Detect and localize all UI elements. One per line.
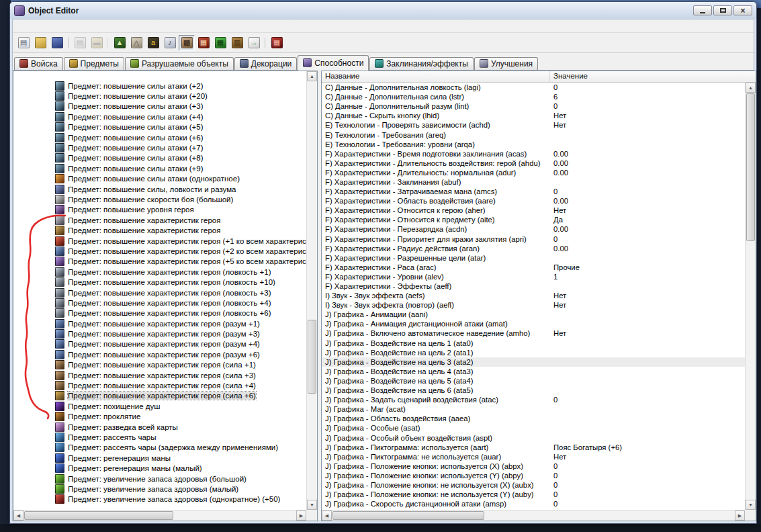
C) Данные - Дополнительная сила (lstr)[interactable]: C) Данные - Дополнительная сила (lstr) 6 bbox=[322, 92, 745, 101]
tab-buffs[interactable]: Заклинания/эффекты bbox=[369, 57, 474, 70]
column-header-value[interactable]: Значение bbox=[550, 71, 756, 82]
J) Графика - Положение кнопки: не используется (Y) (auby)[interactable]: J) Графика - Положение кнопки: не исполь… bbox=[322, 490, 745, 499]
list-item[interactable]: Предмет: повышение характеристик героя (… bbox=[13, 287, 306, 298]
I) Звук - Звук эффекта (повтор) (aefl)[interactable]: I) Звук - Звук эффекта (повтор) (aefl) Н… bbox=[322, 300, 745, 310]
object-editor-icon[interactable]: ▩ bbox=[179, 35, 195, 51]
list-item[interactable]: Предмет: повышение силы атаки (+5) bbox=[13, 122, 306, 132]
export-icon[interactable]: → bbox=[246, 35, 262, 51]
J) Графика - Воздействие на цель 3 (ata2)[interactable]: J) Графика - Воздействие на цель 3 (ata2… bbox=[322, 357, 745, 367]
list-item[interactable]: Предмет: повышение характеристик героя (… bbox=[13, 360, 306, 370]
list-item[interactable]: Предмет: повышение скорости боя (большой… bbox=[13, 194, 306, 204]
tab-items[interactable]: Предметы bbox=[64, 57, 124, 70]
tab-doodads[interactable]: Декорации bbox=[234, 57, 298, 70]
scroll-thumb[interactable] bbox=[24, 511, 173, 520]
list-item[interactable]: Предмет: повышение характеристик героя bbox=[13, 215, 306, 225]
scroll-down-button[interactable]: ▼ bbox=[307, 500, 317, 510]
list-item[interactable]: Предмет: повышение силы атаки (+4) bbox=[13, 112, 306, 122]
right-horizontal-scrollbar[interactable]: ◀ ▶ bbox=[322, 510, 745, 521]
J) Графика - Положение кнопки: используется (X) (abpx)[interactable]: J) Графика - Положение кнопки: используе… bbox=[322, 461, 745, 471]
list-item[interactable]: Предмет: повышение характеристик героя (… bbox=[13, 318, 306, 328]
trigger-editor-icon[interactable]: △ bbox=[128, 35, 144, 51]
J) Графика - Воздействие на цель 4 (ata3)[interactable]: J) Графика - Воздействие на цель 4 (ata3… bbox=[322, 367, 745, 376]
list-item[interactable]: Предмет: повышение характеристик героя (… bbox=[13, 257, 306, 267]
list-item[interactable]: Предмет: повышение силы атаки (+6) bbox=[13, 132, 306, 142]
menu-file[interactable] bbox=[14, 25, 25, 28]
list-item[interactable]: Предмет: повышение силы атаки (+3) bbox=[13, 101, 306, 112]
J) Графика - Включено автоматическое наведение (amho)[interactable]: J) Графика - Включено автоматическое нав… bbox=[322, 328, 745, 338]
F) Характеристики - Разрешенные цели (atar)[interactable]: F) Характеристики - Разрешенные цели (at… bbox=[322, 253, 745, 263]
F) Характеристики - Радиус действия (aran)[interactable]: F) Характеристики - Радиус действия (ara… bbox=[322, 244, 745, 253]
titlebar[interactable]: Object Editor × bbox=[10, 2, 756, 19]
minimize-button[interactable] bbox=[693, 5, 712, 15]
scroll-up-button[interactable]: ▲ bbox=[746, 83, 756, 93]
list-item[interactable]: Предмет: похищение душ bbox=[13, 401, 306, 411]
menu-module[interactable] bbox=[46, 25, 57, 28]
campaign-editor-icon[interactable]: ▦ bbox=[195, 35, 212, 51]
list-item[interactable]: Предмет: повышение характеристик героя (… bbox=[13, 349, 306, 359]
menu-window[interactable] bbox=[57, 25, 68, 28]
left-horizontal-scrollbar[interactable]: ◀ ▶ bbox=[13, 510, 306, 521]
list-item[interactable]: Предмет: увеличение запаса здоровья (бол… bbox=[13, 474, 306, 484]
J) Графика - Воздействие на цель 5 (ata4)[interactable]: J) Графика - Воздействие на цель 5 (ata4… bbox=[322, 376, 745, 386]
menu-edit[interactable] bbox=[25, 25, 36, 28]
J) Графика - Задать сценарий воздействия (atac)[interactable]: J) Графика - Задать сценарий воздействия… bbox=[322, 395, 745, 404]
J) Графика - Область воздействия (aaea)[interactable]: J) Графика - Область воздействия (aaea) bbox=[322, 414, 745, 423]
list-item[interactable]: Предмет: регенерация маны bbox=[13, 453, 306, 463]
list-item[interactable]: Предмет: повышение силы, ловкости и разу… bbox=[13, 184, 306, 194]
list-item[interactable]: Предмет: повышение характеристик героя (… bbox=[13, 380, 306, 390]
F) Характеристики - Эффекты (aeff)[interactable]: F) Характеристики - Эффекты (aeff) bbox=[322, 281, 745, 291]
list-item[interactable]: Предмет: регенерация маны (малый) bbox=[13, 463, 306, 473]
C) Данные - Скрыть кнопку (lhid)[interactable]: C) Данные - Скрыть кнопку (lhid) Нет bbox=[322, 111, 745, 120]
F) Характеристики - Длительность: нормальная (adur)[interactable]: F) Характеристики - Длительность: нормал… bbox=[322, 168, 745, 177]
object-manager-icon[interactable]: ▦ bbox=[212, 35, 228, 51]
list-item[interactable]: Предмет: повышение силы атаки (+8) bbox=[13, 153, 306, 163]
save-map-icon[interactable] bbox=[49, 35, 65, 51]
J) Графика - Пиктограмма: используется (aart)[interactable]: J) Графика - Пиктограмма: используется (… bbox=[322, 443, 745, 452]
terrain-editor-icon[interactable]: ▲ bbox=[111, 35, 128, 51]
list-item[interactable]: Предмет: рассеять чары (задержка между п… bbox=[13, 443, 306, 453]
right-vertical-scrollbar[interactable]: ▲ ▼ bbox=[745, 83, 756, 510]
scroll-right-button[interactable]: ▶ bbox=[735, 511, 745, 521]
I) Звук - Звук эффекта (aefs)[interactable]: I) Звук - Звук эффекта (aefs) Нет bbox=[322, 291, 745, 300]
tab-abilities[interactable]: Способности bbox=[298, 55, 369, 71]
list-item[interactable]: Предмет: повышение силы атаки (однократн… bbox=[13, 174, 306, 184]
E) Технологии - Требования: уровни (arqa)[interactable]: E) Технологии - Требования: уровни (arqa… bbox=[322, 140, 745, 149]
import-manager-icon[interactable]: ▥ bbox=[229, 35, 245, 51]
list-item[interactable]: Предмет: повышение характеристик героя (… bbox=[13, 328, 306, 339]
tab-upgrades[interactable]: Улучшения bbox=[474, 57, 538, 70]
list-item[interactable]: Предмет: повышение характеристик героя (… bbox=[13, 391, 306, 401]
F) Характеристики - Время подготовки заклинания (acas)[interactable]: F) Характеристики - Время подготовки зак… bbox=[322, 149, 745, 159]
J) Графика - Положение кнопки: не используется (X) (aubx)[interactable]: J) Графика - Положение кнопки: не исполь… bbox=[322, 480, 745, 490]
copy-icon[interactable]: ▤ bbox=[72, 35, 88, 51]
J) Графика - Положение кнопки: используется (Y) (abpy)[interactable]: J) Графика - Положение кнопки: используе… bbox=[322, 471, 745, 480]
list-item[interactable]: Предмет: повышение силы атаки (+2) bbox=[13, 81, 306, 91]
list-item[interactable]: Предмет: рассеять чары bbox=[13, 432, 306, 442]
test-map-icon[interactable]: ▦ bbox=[269, 35, 285, 51]
list-item[interactable]: Предмет: повышение характеристик героя (… bbox=[13, 370, 306, 380]
E) Технологии - Требования (areq)[interactable]: E) Технологии - Требования (areq) bbox=[322, 130, 745, 139]
J) Графика - Особые (asat)[interactable]: J) Графика - Особые (asat) bbox=[322, 423, 745, 433]
scroll-up-button[interactable]: ▲ bbox=[307, 71, 317, 81]
list-item[interactable]: Предмет: увеличение запаса здоровья (мал… bbox=[13, 484, 306, 494]
list-item[interactable]: Предмет: повышение силы атаки (+20) bbox=[13, 91, 306, 101]
F) Характеристики - Раса (arac)[interactable]: F) Характеристики - Раса (arac) Прочие bbox=[322, 263, 745, 272]
tab-destructibles[interactable]: Разрушаемые объекты bbox=[125, 57, 234, 70]
list-item[interactable]: Предмет: повышение характеристик героя (… bbox=[13, 308, 306, 318]
scroll-thumb[interactable] bbox=[308, 320, 316, 394]
list-item[interactable]: Предмет: повышение силы атаки (+7) bbox=[13, 142, 306, 152]
J) Графика - Особый объект воздействия (aspt)[interactable]: J) Графика - Особый объект воздействия (… bbox=[322, 433, 745, 442]
left-vertical-scrollbar[interactable]: ▲ ▼ bbox=[306, 71, 317, 510]
J) Графика - Анимация дистанционной атаки (amat)[interactable]: J) Графика - Анимация дистанционной атак… bbox=[322, 319, 745, 328]
C) Данные - Дополнительный разум (lint)[interactable]: C) Данные - Дополнительный разум (lint) … bbox=[322, 101, 745, 111]
scroll-thumb[interactable] bbox=[332, 511, 484, 520]
scroll-left-button[interactable]: ◀ bbox=[322, 511, 332, 521]
list-item[interactable]: Предмет: увеличение запаса здоровья (одн… bbox=[13, 494, 306, 504]
scroll-left-button[interactable]: ◀ bbox=[13, 511, 24, 521]
C) Данные - Дополнительная ловкость (lagi)[interactable]: C) Данные - Дополнительная ловкость (lag… bbox=[322, 83, 745, 92]
F) Характеристики - Длительность воздействия: герой (ahdu)[interactable]: F) Характеристики - Длительность воздейс… bbox=[322, 159, 745, 168]
F) Характеристики - Заклинания (abuf)[interactable]: F) Характеристики - Заклинания (abuf) bbox=[322, 177, 745, 187]
tab-units[interactable]: Войска bbox=[14, 57, 63, 70]
J) Графика - Пиктограмма: не используется (auar)[interactable]: J) Графика - Пиктограмма: не используетс… bbox=[322, 452, 745, 461]
list-item[interactable]: Предмет: повышение характеристик героя (… bbox=[13, 277, 306, 287]
J) Графика - Анимации (aani)[interactable]: J) Графика - Анимации (aani) bbox=[322, 310, 745, 319]
